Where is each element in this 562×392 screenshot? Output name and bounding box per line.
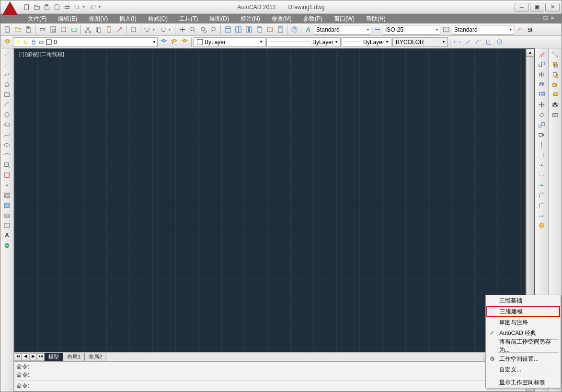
rotate-icon[interactable]	[537, 110, 547, 119]
rectangle-icon[interactable]	[2, 90, 12, 99]
dim-style-icon[interactable]	[372, 25, 382, 35]
dim-linear-bar-icon[interactable]	[452, 37, 462, 47]
break-icon[interactable]	[537, 170, 547, 180]
minimize-button[interactable]: ─	[515, 3, 529, 12]
zoom-realtime-icon[interactable]	[188, 25, 197, 35]
layout2-tab[interactable]: 布局2	[85, 353, 106, 361]
text-front-icon[interactable]: A	[550, 100, 561, 109]
new-icon[interactable]	[2, 25, 12, 35]
polyline-icon[interactable]	[2, 69, 12, 79]
circle-icon[interactable]	[2, 110, 12, 119]
table-style-dropdown[interactable]: Standard▾	[452, 25, 514, 35]
table-style-icon[interactable]	[441, 25, 451, 35]
break-at-point-icon[interactable]	[537, 160, 547, 170]
undo-dropdown-icon[interactable]: ▾	[83, 5, 87, 9]
menu-insert[interactable]: 插入(I)	[114, 14, 141, 24]
tab-first-icon[interactable]: ⏮	[14, 353, 22, 361]
front-icon[interactable]	[550, 59, 561, 69]
insert-block-icon[interactable]	[2, 160, 12, 170]
publish-icon[interactable]	[58, 25, 68, 35]
paste-icon[interactable]	[104, 25, 114, 35]
lineweight-dropdown[interactable]: ByLayer▾	[342, 37, 391, 47]
tab-last-icon[interactable]: ⏭	[37, 353, 45, 361]
tb-redo-arrow-icon[interactable]: ▾	[169, 27, 173, 32]
layer-properties-manager-icon[interactable]	[2, 37, 12, 47]
quickcalc-icon[interactable]	[275, 25, 285, 35]
menu-tools[interactable]: 工具(T)	[174, 14, 203, 24]
menu-file[interactable]: 文件(F)	[23, 14, 52, 24]
scale-icon[interactable]	[537, 120, 547, 129]
tool-palettes-icon[interactable]	[244, 25, 253, 35]
point-icon[interactable]	[2, 180, 12, 190]
layer-previous-icon[interactable]	[169, 37, 179, 47]
open-icon[interactable]	[13, 25, 23, 35]
explode-icon[interactable]	[537, 220, 547, 230]
horizontal-scrollbar[interactable]: ◀ ▶	[107, 354, 535, 360]
extend-icon[interactable]	[537, 150, 547, 160]
linetype-dropdown[interactable]: ByLayer▾	[266, 37, 341, 47]
construction-line-icon[interactable]	[2, 59, 12, 69]
copy-icon[interactable]	[93, 25, 103, 35]
dim-aligned-bar-icon[interactable]	[463, 37, 472, 47]
spline-icon[interactable]	[2, 130, 12, 139]
cmd-prompt[interactable]: 命令:	[16, 380, 524, 390]
color-dropdown[interactable]: ByLayer▾	[194, 37, 265, 47]
app-logo[interactable]	[2, 0, 20, 17]
qat-print-icon[interactable]	[63, 3, 71, 12]
ctx-customize[interactable]: 自定义...	[486, 364, 561, 375]
print-icon[interactable]	[37, 25, 47, 35]
viewport-label[interactable]: [-] [俯视] [二维线框]	[19, 51, 64, 58]
ctx-workspace-settings[interactable]: ⚙工作空间设置...	[486, 354, 561, 364]
chamfer-icon[interactable]	[537, 190, 547, 200]
offset-icon[interactable]	[537, 80, 547, 89]
stretch-icon[interactable]	[537, 130, 547, 139]
tab-prev-icon[interactable]: ◀	[22, 353, 29, 361]
join-icon[interactable]	[537, 180, 547, 190]
pan-icon[interactable]	[177, 25, 187, 35]
copy-obj-icon[interactable]	[537, 59, 547, 69]
maximize-button[interactable]: ▣	[530, 3, 544, 12]
tab-next-icon[interactable]: ▶	[29, 353, 37, 361]
line-icon[interactable]	[2, 49, 12, 59]
ctx-drafting-annotation[interactable]: 草图与注释	[486, 317, 561, 328]
trim-icon[interactable]	[537, 140, 547, 150]
cut-icon[interactable]	[83, 25, 92, 35]
tb-undo-arrow-icon[interactable]: ▾	[153, 27, 157, 32]
menu-parametric[interactable]: 参数(P)	[298, 14, 328, 24]
add-selected-icon[interactable]	[2, 241, 12, 250]
mleader-style-icon[interactable]	[515, 25, 525, 35]
scroll-up-icon[interactable]: ▲	[526, 49, 534, 57]
doc-minimize-button[interactable]: ─	[535, 15, 541, 22]
qat-open-icon[interactable]	[33, 3, 41, 12]
text-style-dropdown[interactable]: Standard▾	[314, 25, 371, 35]
mtext-icon[interactable]: A	[2, 231, 12, 240]
menu-draw[interactable]: 绘图(D)	[204, 14, 234, 24]
ellipse-icon[interactable]	[2, 140, 12, 150]
properties-icon[interactable]	[223, 25, 232, 35]
undo-icon[interactable]	[142, 25, 152, 35]
zoom-window-icon[interactable]	[198, 25, 208, 35]
qat-save-icon[interactable]	[43, 3, 51, 12]
drawing-viewport[interactable]: [-] [俯视] [二维线框]	[14, 49, 526, 352]
vscroll-thumb[interactable]	[526, 57, 534, 334]
help-icon[interactable]: ?	[289, 25, 299, 35]
erase-icon[interactable]	[537, 49, 547, 59]
under-obj-icon[interactable]	[550, 90, 561, 99]
table-icon[interactable]	[2, 220, 12, 230]
design-center-icon[interactable]	[233, 25, 243, 35]
markup-icon[interactable]	[265, 25, 275, 35]
blend-icon[interactable]	[537, 210, 547, 220]
menu-view[interactable]: 视图(V)	[83, 14, 113, 24]
ctx-3d-modeling[interactable]: 三维建模	[486, 306, 560, 317]
block-editor-icon[interactable]	[128, 25, 138, 35]
print-preview-icon[interactable]	[48, 25, 57, 35]
dim-ordinate-bar-icon[interactable]	[484, 37, 493, 47]
redo-icon[interactable]	[158, 25, 168, 35]
qat-redo-icon[interactable]	[89, 3, 97, 12]
menu-help[interactable]: 帮助(H)	[361, 14, 391, 24]
region-icon[interactable]	[2, 210, 12, 220]
move-icon[interactable]	[537, 100, 547, 109]
dim-style-dropdown[interactable]: ISO-25▾	[383, 25, 440, 35]
plotstyle-dropdown[interactable]: BYCOLOR▾	[392, 37, 448, 47]
above-obj-icon[interactable]	[550, 80, 561, 89]
